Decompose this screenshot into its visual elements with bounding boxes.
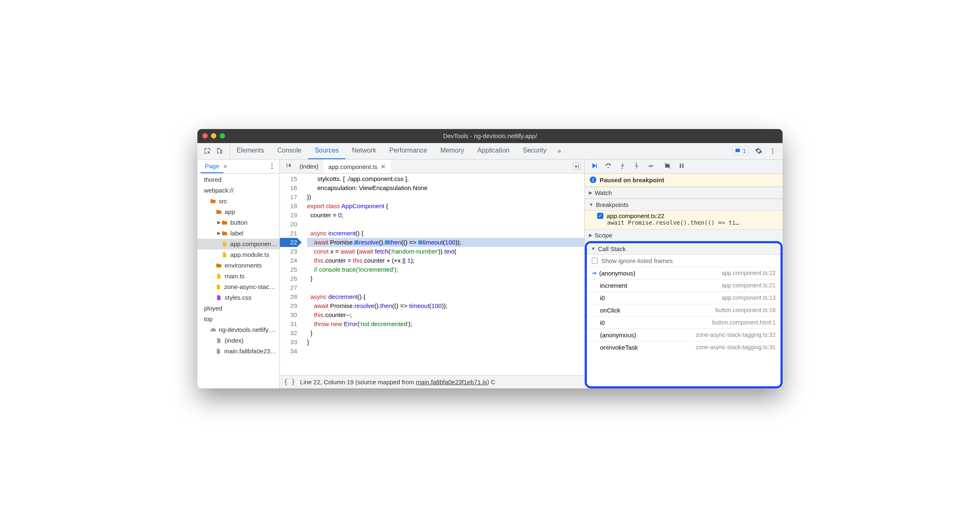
tree-item[interactable]: app.module.ts — [197, 249, 279, 260]
inspect-element-icon[interactable] — [203, 147, 211, 155]
minimize-window-button[interactable] — [211, 133, 216, 139]
titlebar: DevTools - ng-devtools.netlify.app/ — [197, 129, 783, 143]
breakpoints-panel-header[interactable]: ▼Breakpoints — [585, 199, 783, 211]
settings-icon[interactable] — [755, 147, 763, 155]
resume-icon[interactable] — [591, 162, 598, 171]
file-icon — [215, 348, 222, 355]
current-frame-icon: ➔ — [592, 270, 597, 276]
svg-rect-6 — [596, 163, 597, 168]
pause-exceptions-icon[interactable] — [678, 162, 685, 171]
file-icon — [221, 251, 228, 258]
svg-point-8 — [622, 167, 623, 169]
editor-tab-appcomponent[interactable]: app.component.ts ✕ — [324, 160, 391, 173]
issues-icon — [734, 148, 741, 154]
inspect-tools — [197, 143, 230, 159]
svg-point-7 — [608, 167, 609, 168]
step-into-icon[interactable] — [619, 162, 626, 171]
breakpoint-item[interactable]: ✓ app.component.ts:22 await Promise.reso… — [585, 211, 783, 229]
close-tab-icon[interactable]: ✕ — [381, 163, 386, 170]
tree-item[interactable]: app — [197, 207, 279, 217]
tree-item[interactable]: environments — [197, 260, 279, 271]
svg-rect-12 — [682, 163, 684, 168]
tree-item[interactable]: ng-devtools.netlify.app — [197, 324, 279, 335]
folder-icon — [221, 230, 228, 237]
callstack-frame[interactable]: onClickbutton.component.ts:18 — [587, 304, 781, 316]
file-tree: thoredwebpack://srcapp▶button▶labelapp.c… — [197, 174, 279, 388]
paused-banner: i Paused on breakpoint — [585, 174, 783, 187]
watch-panel-header[interactable]: ▶Watch — [585, 187, 783, 199]
devtools-window: DevTools - ng-devtools.netlify.app/ Elem… — [197, 129, 783, 388]
debugger-pane: i Paused on breakpoint ▶Watch ▼Breakpoin… — [585, 160, 783, 388]
tree-item[interactable]: ▶button — [197, 217, 279, 228]
main-tab-console[interactable]: Console — [271, 143, 308, 159]
svg-point-9 — [636, 162, 637, 164]
more-icon[interactable] — [769, 147, 777, 155]
debugger-toolbar — [585, 160, 783, 174]
sidebar-tab-page[interactable]: Page — [201, 160, 223, 173]
tree-item[interactable]: main.fa8bfa0e23f1eb — [197, 346, 279, 357]
tree-item[interactable]: webpack:// — [197, 185, 279, 196]
step-over-icon[interactable] — [605, 162, 612, 171]
show-ignore-listed-option[interactable]: Show ignore-listed frames — [587, 255, 781, 267]
callstack-frame[interactable]: onInvokeTaskzone-async-stack-tagging.ts:… — [587, 341, 781, 353]
main-tab-security[interactable]: Security — [516, 143, 553, 159]
tree-item[interactable]: styles.css — [197, 292, 279, 303]
callstack-frame[interactable]: i0button.component.html:1 — [587, 316, 781, 329]
issues-badge[interactable]: 1 — [731, 146, 749, 155]
editor-tab-label: (index) — [300, 163, 319, 170]
nav-back-icon[interactable] — [283, 162, 295, 170]
breakpoint-checkbox[interactable]: ✓ — [597, 213, 603, 219]
issues-count: 1 — [743, 148, 746, 154]
window-title: DevTools - ng-devtools.netlify.app/ — [443, 132, 537, 139]
device-toggle-icon[interactable] — [216, 147, 224, 155]
main-tabs-row: ElementsConsoleSourcesNetworkPerformance… — [197, 143, 783, 160]
main-tab-performance[interactable]: Performance — [383, 143, 434, 159]
svg-point-0 — [772, 148, 774, 149]
tree-item[interactable]: thored — [197, 174, 279, 185]
tree-item[interactable]: app.component.ts — [197, 239, 279, 249]
close-window-button[interactable] — [202, 133, 208, 139]
show-ignore-listed-checkbox[interactable] — [592, 258, 598, 264]
file-icon — [216, 294, 222, 301]
show-ignore-listed-label: Show ignore-listed frames — [601, 257, 673, 264]
cloud-icon — [210, 327, 216, 333]
tree-item[interactable]: (index) — [197, 335, 279, 346]
main-tab-application[interactable]: Application — [471, 143, 516, 159]
folder-icon — [221, 219, 228, 226]
tree-item[interactable]: ployed — [197, 303, 279, 314]
scope-panel-header[interactable]: ▶Scope — [585, 229, 783, 241]
pretty-print-icon[interactable]: { } — [284, 378, 295, 385]
breakpoint-code: await Promise.resolve().then(() => ti… — [597, 219, 778, 226]
editor-tab-index[interactable]: (index) — [295, 160, 324, 173]
file-icon — [216, 273, 222, 280]
tree-item[interactable]: ▶label — [197, 228, 279, 239]
step-out-icon[interactable] — [633, 162, 640, 171]
maximize-window-button[interactable] — [220, 133, 225, 139]
cursor-position: Line 22, Column 19 — [300, 378, 354, 385]
callstack-frame[interactable]: incrementapp.component.ts:21 — [587, 279, 781, 291]
callstack-frame[interactable]: ➔(anonymous)app.component.ts:22 — [587, 267, 781, 279]
svg-point-5 — [272, 168, 273, 169]
callstack-panel-header[interactable]: ▼Call Stack — [587, 243, 781, 255]
run-snippet-icon[interactable]: ▸| — [573, 162, 581, 170]
editor-status-bar: { } Line 22, Column 19 (source mapped fr… — [280, 375, 584, 388]
sidebar-more-icon[interactable] — [268, 162, 276, 170]
main-tab-elements[interactable]: Elements — [230, 143, 271, 159]
deactivate-breakpoints-icon[interactable] — [664, 162, 671, 171]
sidebar-tabs-overflow-icon[interactable]: » — [223, 162, 227, 170]
tree-item[interactable]: top — [197, 314, 279, 324]
tabs-overflow-icon[interactable]: » — [553, 147, 565, 155]
tree-item[interactable]: main.ts — [197, 271, 279, 282]
main-tab-network[interactable]: Network — [345, 143, 383, 159]
editor-pane: (index) app.component.ts ✕ ▸| 1516171819… — [280, 160, 585, 388]
main-tab-sources[interactable]: Sources — [308, 143, 345, 159]
tree-item[interactable]: src — [197, 196, 279, 207]
step-icon[interactable] — [647, 162, 654, 171]
main-tab-memory[interactable]: Memory — [434, 143, 471, 159]
callstack-frame[interactable]: i0app.component.ts:13 — [587, 291, 781, 304]
callstack-highlight-box: ▼Call Stack Show ignore-listed frames ➔(… — [585, 241, 783, 388]
tree-item[interactable]: zone-async-stack-tag — [197, 282, 279, 292]
sourcemap-link[interactable]: main.fa8bfa0e23f1eb71.js — [416, 378, 487, 385]
code-editor[interactable]: 1516171819202122232425262728293031323334… — [280, 174, 584, 375]
callstack-frame[interactable]: (anonymous)zone-async-stack-tagging.ts:3… — [587, 329, 781, 341]
